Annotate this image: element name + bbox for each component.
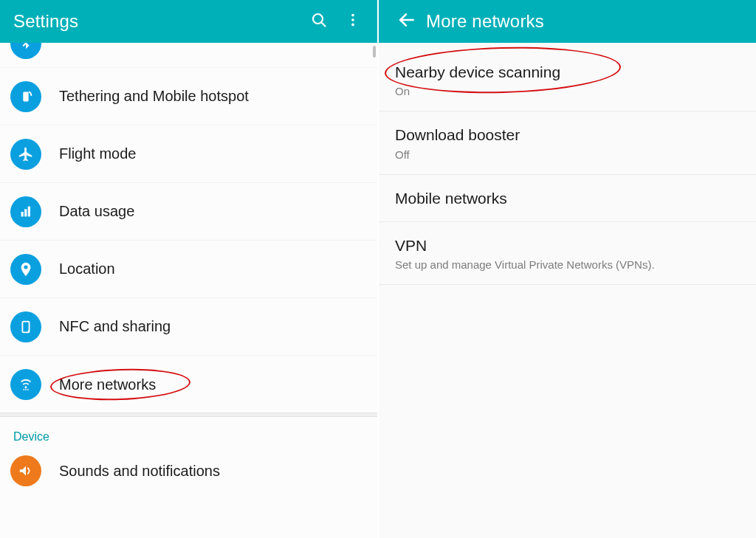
item-title: Mobile networks [395,188,740,208]
item-nearby-device-scanning[interactable]: Nearby device scanning On [379,43,756,111]
list-item-label: Tethering and Mobile hotspot [59,83,249,109]
list-item-label: Flight mode [59,141,137,167]
item-title: Download booster [395,125,740,145]
settings-panel: Settings Bluetooth Tethering and Mobile … [0,0,379,538]
item-subtitle: Set up and manage Virtual Private Networ… [395,258,740,271]
list-item-bluetooth[interactable]: Bluetooth [0,43,377,68]
svg-point-11 [25,386,27,388]
search-icon [310,11,328,32]
list-item-flight-mode[interactable]: Flight mode [0,125,377,183]
more-networks-list[interactable]: Nearby device scanning On Download boost… [379,43,756,538]
svg-point-13 [25,389,27,390]
nfc-icon [10,311,41,342]
svg-point-10 [28,330,30,331]
sound-icon [10,455,41,486]
list-item-label: More networks [59,372,156,398]
list-item-label: Sounds and notifications [59,458,220,484]
svg-rect-7 [24,209,27,216]
item-vpn[interactable]: VPN Set up and manage Virtual Private Ne… [379,222,756,285]
settings-appbar: Settings [0,0,377,43]
more-net-icon [10,369,41,400]
section-header-device: Device [0,417,377,449]
svg-point-2 [351,14,354,17]
svg-rect-8 [28,206,30,216]
svg-point-4 [351,24,354,27]
search-button[interactable] [302,4,336,38]
svg-rect-6 [21,212,24,216]
settings-title: Settings [13,11,302,32]
back-button[interactable] [392,7,422,36]
svg-point-14 [27,389,29,390]
data-icon [10,196,41,227]
svg-point-12 [23,389,24,390]
item-subtitle: On [395,85,740,97]
settings-list[interactable]: Bluetooth Tethering and Mobile hotspot F… [0,43,377,538]
location-icon [10,254,41,285]
list-item-sounds[interactable]: Sounds and notifications [0,449,377,492]
more-networks-panel: More networks Nearby device scanning On … [379,0,756,538]
list-item-more-networks[interactable]: More networks [0,356,377,413]
item-subtitle: Off [395,148,740,161]
svg-line-1 [322,23,326,27]
list-item-tethering[interactable]: Tethering and Mobile hotspot [0,68,377,125]
svg-point-3 [351,18,354,21]
item-download-booster[interactable]: Download booster Off [379,111,756,174]
airplane-icon [10,139,41,170]
overflow-menu-button[interactable] [336,4,370,38]
list-item-data-usage[interactable]: Data usage [0,183,377,241]
item-title: VPN [395,235,740,255]
item-mobile-networks[interactable]: Mobile networks [379,175,756,222]
more-vert-icon [345,12,361,31]
list-item-nfc[interactable]: NFC and sharing [0,298,377,356]
list-item-location[interactable]: Location [0,241,377,298]
list-item-label: NFC and sharing [59,314,171,339]
back-arrow-icon [397,10,416,32]
hotspot-icon [10,81,41,112]
svg-rect-5 [23,92,28,101]
bluetooth-icon [10,43,41,59]
list-item-label: Data usage [59,199,134,224]
list-item-label: Location [59,256,115,282]
more-networks-title: More networks [426,11,749,32]
item-title: Nearby device scanning [395,62,740,82]
more-networks-appbar: More networks [379,0,756,43]
